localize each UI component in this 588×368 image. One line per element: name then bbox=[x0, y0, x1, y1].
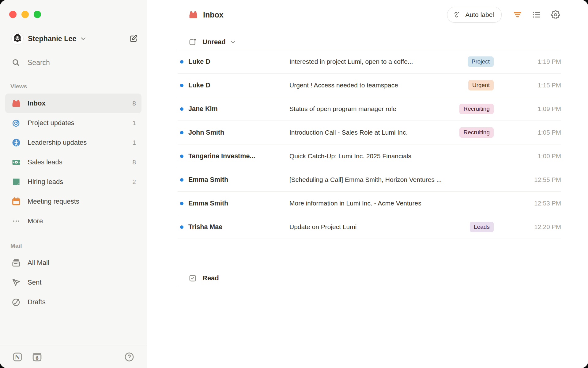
email-subject: Urgent ! Access needed to teamspace bbox=[289, 82, 468, 89]
sidebar-footer: N 6 bbox=[0, 346, 147, 368]
person-icon bbox=[12, 138, 21, 147]
email-row[interactable]: Tangerine Investme... Quick Catch-Up: Lu… bbox=[178, 144, 561, 168]
inbox-icon bbox=[12, 99, 21, 108]
window-controls bbox=[9, 11, 41, 18]
read-checkbox-icon bbox=[189, 274, 197, 282]
sidebar-item-inbox[interactable]: Inbox 8 bbox=[5, 94, 141, 113]
sidebar-item-leadership-updates[interactable]: Leadership updates 1 bbox=[5, 133, 141, 152]
chevron-down-icon bbox=[80, 35, 87, 42]
unread-count: 8 bbox=[132, 159, 136, 166]
email-time: 12:55 PM bbox=[500, 176, 561, 183]
zoom-window-button[interactable] bbox=[34, 11, 41, 18]
calendar-app-icon[interactable]: 6 bbox=[32, 352, 42, 362]
email-subject: Interested in project Lumi, open to a co… bbox=[289, 58, 468, 65]
label-tag: Recruiting bbox=[459, 127, 494, 138]
compose-button[interactable] bbox=[128, 33, 139, 44]
sidebar-item-label: Hiring leads bbox=[28, 178, 63, 186]
email-row[interactable]: Trisha Mae Update on Project Lumi Leads … bbox=[178, 215, 561, 239]
email-time: 1:09 PM bbox=[500, 105, 561, 113]
list-view-icon[interactable] bbox=[531, 9, 542, 20]
unread-dot bbox=[180, 107, 183, 111]
email-row[interactable]: Emma Smith [Scheduling a Call] Emma Smit… bbox=[178, 168, 561, 192]
sidebar-item-project-updates[interactable]: Project updates 1 bbox=[5, 113, 141, 133]
unread-icon bbox=[189, 38, 197, 46]
sidebar-item-label: More bbox=[28, 217, 43, 225]
unread-dot bbox=[180, 178, 183, 182]
unread-section-header[interactable]: Unread bbox=[178, 34, 561, 50]
email-subject: More information in Lumi Inc. - Acme Ven… bbox=[289, 200, 500, 207]
label-tag: Project bbox=[468, 56, 494, 67]
profile-name: Stephanie Lee bbox=[28, 35, 77, 43]
money-icon bbox=[12, 158, 21, 167]
close-window-button[interactable] bbox=[9, 11, 17, 18]
sidebar-item-drafts[interactable]: Drafts bbox=[5, 292, 141, 312]
email-sender: Jane Kim bbox=[188, 105, 289, 113]
sidebar-item-label: Meeting requests bbox=[28, 197, 79, 205]
sidebar-item-label: Drafts bbox=[28, 298, 46, 306]
label-tag: Urgent bbox=[468, 80, 494, 90]
main-panel: Inbox Auto label Unread bbox=[147, 0, 588, 368]
sidebar-item-sales-leads[interactable]: Sales leads 8 bbox=[5, 152, 141, 172]
email-sender: Emma Smith bbox=[188, 176, 289, 184]
email-sender: John Smith bbox=[188, 129, 289, 136]
email-subject: Update on Project Lumi bbox=[289, 223, 470, 231]
read-label: Read bbox=[202, 274, 219, 282]
email-sender: Luke D bbox=[188, 82, 289, 89]
email-time: 1:00 PM bbox=[500, 152, 561, 160]
unread-count: 1 bbox=[132, 119, 136, 127]
email-time: 1:15 PM bbox=[500, 82, 561, 89]
email-subject: Quick Catch-Up: Lumi Inc. 2025 Financial… bbox=[289, 152, 500, 160]
drafts-icon bbox=[12, 297, 21, 307]
sidebar: Stephanie Lee Search Views Inbox 8 Proje… bbox=[0, 0, 147, 368]
sidebar-item-label: Sales leads bbox=[28, 158, 62, 166]
email-subject: Introduction Call - Sales Role at Lumi I… bbox=[289, 129, 459, 136]
mail-section-label: Mail bbox=[0, 243, 147, 249]
chevron-down-icon bbox=[230, 39, 236, 45]
sidebar-item-meeting-requests[interactable]: Meeting requests bbox=[5, 192, 141, 211]
sent-icon bbox=[12, 278, 21, 287]
read-section-header[interactable]: Read bbox=[178, 270, 561, 287]
unread-count: 1 bbox=[132, 139, 136, 146]
email-time: 1:19 PM bbox=[500, 58, 561, 65]
svg-text:6: 6 bbox=[36, 355, 39, 361]
email-subject: [Scheduling a Call] Emma Smith, Horizon … bbox=[289, 176, 500, 183]
minimize-window-button[interactable] bbox=[21, 11, 29, 18]
account-switcher[interactable]: Stephanie Lee bbox=[0, 32, 147, 45]
email-sender: Luke D bbox=[188, 58, 289, 66]
email-row[interactable]: Luke D Urgent ! Access needed to teamspa… bbox=[178, 74, 561, 97]
label-tag: Recruiting bbox=[459, 104, 494, 114]
unread-dot bbox=[180, 155, 183, 158]
email-subject: Status of open program manager role bbox=[289, 105, 459, 113]
sidebar-item-label: Project updates bbox=[28, 119, 74, 127]
email-row[interactable]: Luke D Interested in project Lumi, open … bbox=[178, 50, 561, 74]
search-icon bbox=[12, 58, 20, 67]
svg-text:N: N bbox=[15, 354, 20, 360]
settings-gear-icon[interactable] bbox=[550, 9, 561, 20]
ellipsis-icon bbox=[12, 217, 21, 226]
email-row[interactable]: John Smith Introduction Call - Sales Rol… bbox=[178, 121, 561, 144]
sidebar-item-more[interactable]: More bbox=[5, 211, 141, 231]
sidebar-item-hiring-leads[interactable]: Hiring leads 2 bbox=[5, 172, 141, 192]
label-tag: Leads bbox=[470, 222, 494, 232]
email-sender: Trisha Mae bbox=[188, 223, 289, 231]
notion-app-icon[interactable]: N bbox=[12, 352, 23, 362]
sidebar-item-label: Leadership updates bbox=[28, 139, 87, 147]
unread-label: Unread bbox=[202, 38, 226, 46]
sidebar-item-label: All Mail bbox=[28, 259, 49, 267]
email-row[interactable]: Jane Kim Status of open program manager … bbox=[178, 97, 561, 121]
auto-label-button[interactable]: Auto label bbox=[447, 7, 502, 23]
target-icon bbox=[12, 118, 21, 128]
search-label: Search bbox=[28, 59, 50, 67]
search-button[interactable]: Search bbox=[0, 54, 147, 71]
email-sender: Emma Smith bbox=[188, 200, 289, 207]
email-time: 12:53 PM bbox=[500, 200, 561, 207]
sidebar-item-label: Sent bbox=[28, 278, 41, 286]
sidebar-item-all-mail[interactable]: All Mail bbox=[5, 253, 141, 273]
header-actions: Auto label bbox=[447, 7, 561, 23]
unread-dot bbox=[180, 202, 183, 205]
email-row[interactable]: Emma Smith More information in Lumi Inc.… bbox=[178, 192, 561, 215]
all-mail-icon bbox=[12, 258, 21, 267]
help-icon[interactable] bbox=[124, 352, 134, 362]
sidebar-item-sent[interactable]: Sent bbox=[5, 273, 141, 292]
filter-icon[interactable] bbox=[512, 9, 523, 20]
